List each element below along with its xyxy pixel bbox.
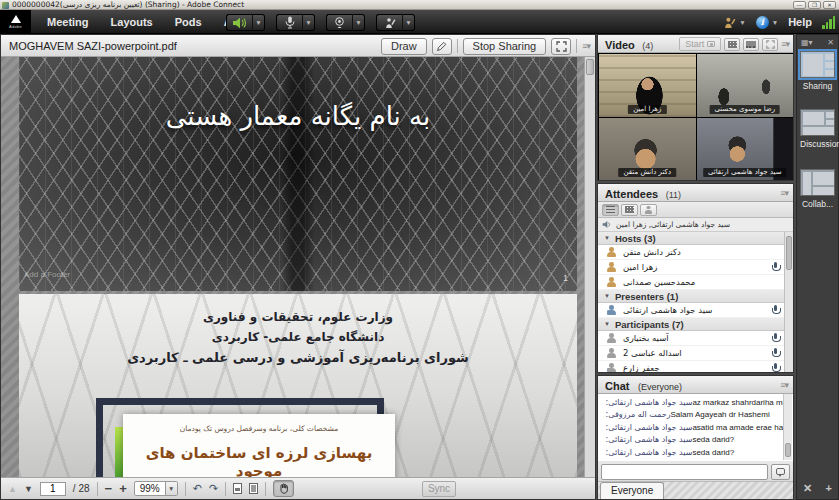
status-button[interactable]: ▼ <box>723 16 745 29</box>
menu-meeting[interactable]: Meeting <box>36 10 100 34</box>
attendee-list-view-button[interactable] <box>602 204 619 216</box>
attendees-scrollbar[interactable] <box>784 232 793 372</box>
status-dropdown-arrow[interactable]: ▼ <box>739 19 745 26</box>
next-page-button[interactable]: ▼ <box>24 484 33 494</box>
microphone-active-icon <box>771 262 780 273</box>
chat-pod-title: Chat <box>605 380 629 392</box>
info-icon[interactable] <box>756 16 769 29</box>
zoom-dropdown-arrow[interactable]: ▼ <box>165 482 177 495</box>
pan-tool-button[interactable] <box>273 480 294 497</box>
attendees-scrollbar-thumb[interactable] <box>786 236 792 270</box>
layout-close-icon[interactable]: ✕ <box>827 38 834 47</box>
document-scrollbar[interactable] <box>584 57 595 478</box>
menu-pods[interactable]: Pods <box>164 10 213 34</box>
collapse-arrow-icon[interactable]: ▼ <box>604 293 610 299</box>
attendees-pod-menu-icon[interactable]: ≡▾ <box>780 184 788 202</box>
rotate-right-button[interactable]: ↷ <box>209 483 218 494</box>
attendee-row[interactable]: جعفر زارع <box>598 361 784 372</box>
chat-sender: سید جواد هاشمی ارتقائی <box>603 448 692 457</box>
chat-message-input[interactable] <box>601 464 768 480</box>
maximize-button[interactable]: ❐ <box>808 1 821 9</box>
grid-view-button[interactable] <box>724 38 740 51</box>
layout-menu-icon[interactable]: ▦▾ <box>801 38 813 47</box>
collapse-arrow-icon[interactable]: ▼ <box>604 321 610 327</box>
video-feed-name: دکتر دانش متقن <box>618 168 676 177</box>
close-button[interactable]: ✕ <box>823 1 836 9</box>
collapse-arrow-icon[interactable]: ▼ <box>604 235 610 241</box>
add-layout-icon[interactable]: + <box>826 482 832 495</box>
microphone-icon[interactable] <box>276 14 303 31</box>
info-dropdown-arrow[interactable]: ▼ <box>772 19 778 26</box>
zoom-level-select[interactable]: 99% ▼ <box>134 481 178 496</box>
document-canvas[interactable]: به نام یگانه معمار هستی Add a Footer 1 و… <box>1 57 595 478</box>
attendee-row[interactable]: زهرا امین <box>598 260 784 275</box>
fit-page-button[interactable] <box>249 483 258 494</box>
sync-button[interactable]: Sync <box>422 481 456 497</box>
raise-hand-icon[interactable] <box>376 14 403 31</box>
video-pod-menu-icon[interactable]: ≡▾ <box>781 39 789 49</box>
document-scrollbar-thumb[interactable] <box>586 59 594 75</box>
raise-hand-button[interactable]: ▼ <box>376 14 415 31</box>
slide-2-card-title: بهسازی لرزه ای ساختمان های موجود <box>123 444 395 478</box>
fit-width-button[interactable] <box>233 483 242 494</box>
microphone-button[interactable]: ▼ <box>276 14 315 31</box>
chat-pod-menu-icon[interactable]: ≡▾ <box>780 376 788 394</box>
speaker-icon[interactable] <box>226 14 253 31</box>
stop-sharing-button[interactable]: Stop Sharing <box>463 38 547 55</box>
previous-page-button[interactable]: ▲ <box>8 484 17 494</box>
raise-hand-dropdown-arrow[interactable]: ▼ <box>403 14 415 31</box>
menu-layouts[interactable]: Layouts <box>100 10 164 34</box>
video-feed[interactable]: دکتر دانش متقن <box>599 118 696 181</box>
layout-sharing-label[interactable]: Sharing <box>800 81 835 91</box>
layout-sharing-thumb[interactable] <box>800 51 835 78</box>
video-feed[interactable]: زهرا امین <box>599 54 696 117</box>
host-icon <box>606 277 617 288</box>
layout-discussion-thumb[interactable] <box>800 109 835 136</box>
chat-scrollbar[interactable] <box>783 394 792 460</box>
layout-discussion-label[interactable]: Discussion <box>800 139 835 149</box>
attendee-row[interactable]: اسداله عباسی 2 <box>598 346 784 361</box>
attendee-row[interactable]: دکتر دانش متقن <box>598 245 784 260</box>
rotate-left-button[interactable]: ↶ <box>193 483 202 494</box>
pointer-tool-button[interactable] <box>432 38 452 55</box>
attendee-row[interactable]: سید جواد هاشمی ارتقائی <box>598 303 784 318</box>
slide-2: وزارت علوم، تحقیقات و فناوری دانشگاه جام… <box>19 294 577 478</box>
draw-button[interactable]: Draw <box>381 38 427 55</box>
layout-pointer-icon[interactable]: ✕ <box>803 482 812 495</box>
chat-sender: سید جواد هاشمی ارتقائی <box>603 398 692 407</box>
zoom-out-button[interactable]: − <box>105 484 113 494</box>
video-fullscreen-button[interactable] <box>762 38 778 51</box>
send-message-button[interactable] <box>771 464 790 480</box>
layout-collaboration-thumb[interactable] <box>800 169 835 196</box>
minimize-button[interactable]: — <box>793 1 806 9</box>
share-pod-menu-icon[interactable]: ≡▾ <box>582 41 590 51</box>
webcam-icon[interactable] <box>326 14 353 31</box>
help-menu[interactable]: Help <box>788 16 812 28</box>
page-number-input[interactable] <box>40 482 66 496</box>
group-participants[interactable]: ▼ Participants (7) <box>598 318 784 331</box>
zoom-in-button[interactable]: + <box>119 484 127 494</box>
speaker-dropdown-arrow[interactable]: ▼ <box>253 14 265 31</box>
zoom-level-value: 99% <box>135 483 165 494</box>
webcam-dropdown-arrow[interactable]: ▼ <box>353 14 365 31</box>
layout-collaboration-label[interactable]: Collab... <box>800 199 835 209</box>
video-feed-name: زهرا امین <box>628 105 666 114</box>
tab-everyone[interactable]: Everyone <box>600 482 664 499</box>
group-hosts[interactable]: ▼ Hosts (3) <box>598 232 784 245</box>
video-feed[interactable]: سید جواد هاشمی ارتقائی <box>697 118 794 181</box>
attendee-grid-view-button[interactable] <box>621 204 638 216</box>
start-webcam-button[interactable]: Start <box>679 37 721 51</box>
chat-scrollbar-thumb[interactable] <box>785 443 791 457</box>
attendee-row[interactable]: آسیه بختیاری <box>598 331 784 346</box>
microphone-dropdown-arrow[interactable]: ▼ <box>303 14 315 31</box>
attendee-row[interactable]: محمدحسین صمدانی <box>598 275 784 290</box>
filmstrip-view-button[interactable] <box>743 38 759 51</box>
chat-text: Salam Agayeah dr Hashemi <box>671 410 770 419</box>
webcam-button[interactable]: ▼ <box>326 14 365 31</box>
video-feed[interactable]: رضا موسوی محسنی <box>697 54 794 117</box>
info-button[interactable]: ▼ <box>756 16 778 29</box>
fullscreen-button[interactable] <box>551 38 571 55</box>
speaker-button[interactable]: ▼ <box>226 14 265 31</box>
group-presenters[interactable]: ▼ Presenters (1) <box>598 290 784 303</box>
attendee-status-view-button[interactable] <box>640 204 657 216</box>
